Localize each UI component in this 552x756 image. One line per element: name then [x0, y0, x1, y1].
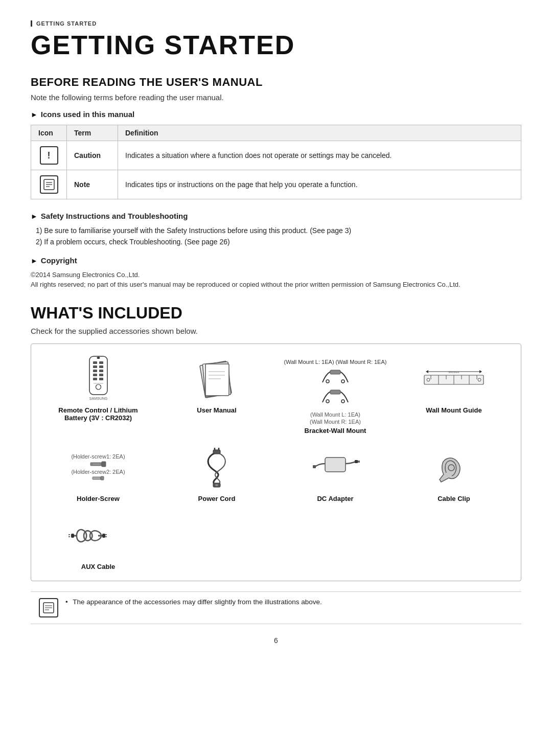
svg-rect-49	[101, 476, 104, 480]
svg-text:500.0mm: 500.0mm	[449, 371, 459, 374]
icons-table: Icon Term Definition ! Caution Indicates…	[31, 125, 521, 199]
svg-rect-14	[99, 378, 103, 380]
svg-point-15	[96, 384, 101, 390]
accessory-remote-control: SAMSUNG Remote Control / Lithium Battery…	[41, 356, 155, 434]
accessories-grid: SAMSUNG Remote Control / Lithium Battery…	[41, 356, 511, 570]
svg-rect-28	[330, 390, 340, 394]
caution-icon: !	[40, 146, 58, 165]
accessory-aux-cable: AUX Cable	[41, 513, 155, 570]
footer-note-text: • The appearance of the accessories may …	[65, 598, 322, 606]
svg-rect-9	[93, 370, 97, 372]
accessory-label-holder-screw: Holder-Screw	[77, 495, 120, 502]
svg-marker-42	[479, 370, 482, 373]
svg-rect-5	[93, 361, 97, 364]
svg-rect-66	[102, 534, 105, 538]
svg-point-54	[215, 484, 218, 486]
safety-title: Safety Instructions and Troubleshooting	[41, 212, 188, 220]
svg-rect-6	[99, 361, 103, 364]
safety-list: 1) Be sure to familiarise yourself with …	[36, 226, 521, 246]
svg-rect-12	[99, 374, 103, 376]
svg-point-27	[341, 380, 344, 383]
holder-screw1-label: (Holder-screw1: 2EA)	[71, 453, 125, 460]
svg-rect-46	[102, 462, 106, 467]
definition-caution: Indicates a situation where a function d…	[118, 141, 521, 170]
svg-rect-4	[89, 356, 107, 395]
table-row: ! Caution Indicates a situation where a …	[31, 141, 521, 170]
accessory-label-bracket: Bracket-Wall Mount	[305, 427, 366, 434]
svg-point-26	[326, 380, 329, 383]
svg-rect-11	[93, 374, 97, 376]
wall-mount-sub1: (Wall Mount L: 1EA)	[310, 411, 360, 418]
copyright-line1: ©2014 Samsung Electronics Co.,Ltd.	[31, 271, 521, 279]
holder-screw2-label: (Holder-screw2: 2EA)	[71, 469, 125, 475]
svg-rect-50	[213, 450, 220, 454]
whats-included-subtitle: Check for the supplied accessories shown…	[31, 327, 521, 335]
list-item: 1) Be sure to familiarise yourself with …	[36, 226, 521, 235]
svg-marker-41	[426, 370, 428, 373]
svg-rect-57	[355, 460, 358, 463]
accessories-box: SAMSUNG Remote Control / Lithium Battery…	[31, 343, 521, 581]
svg-rect-21	[205, 364, 229, 396]
col-definition: Definition	[118, 125, 521, 141]
accessory-label-cable-clip: Cable Clip	[438, 495, 470, 502]
arrow-icon-safety: ►	[31, 212, 38, 220]
page-title: GETTING STARTED	[31, 30, 521, 60]
svg-rect-55	[325, 457, 346, 472]
copyright-title: Copyright	[41, 256, 77, 265]
wall-mount-l-label: (Wall Mount L: 1EA) (Wall Mount R: 1EA)	[284, 359, 387, 365]
accessory-label-wall-guide: Wall Mount Guide	[426, 406, 481, 414]
note-icon	[40, 175, 58, 194]
svg-rect-48	[93, 477, 101, 479]
accessory-cable-clip: Cable Clip	[397, 445, 511, 502]
col-term: Term	[67, 125, 118, 141]
whats-included-title: WHAT'S INCLUDED	[31, 304, 521, 323]
table-row: Note Indicates tips or instructions on t…	[31, 170, 521, 199]
definition-note: Indicates tips or instructions on the pa…	[118, 170, 521, 199]
accessory-holder-screw: (Holder-screw1: 2EA) (Holder-screw2: 2EA…	[41, 445, 155, 502]
copyright-section: ©2014 Samsung Electronics Co.,Ltd. All r…	[31, 271, 521, 288]
svg-rect-10	[99, 370, 103, 372]
section1-subtitle: Note the following terms before reading …	[31, 93, 521, 102]
term-caution: Caution	[67, 141, 118, 170]
svg-rect-8	[99, 365, 103, 368]
note-footer: • The appearance of the accessories may …	[31, 591, 521, 624]
footer-note-icon	[39, 598, 58, 617]
accessory-user-manual: User Manual	[160, 356, 273, 434]
arrow-icon-copyright: ►	[31, 257, 38, 265]
svg-rect-13	[93, 378, 97, 380]
page-number: 6	[31, 636, 521, 645]
accessory-label-manual: User Manual	[197, 406, 236, 414]
accessory-label-aux-cable: AUX Cable	[81, 563, 115, 570]
svg-point-17	[97, 357, 100, 359]
icons-section-title: Icons used in this manual	[41, 110, 134, 119]
accessory-wall-mount-guide: 500.0mm Wall Mount Guide	[397, 356, 511, 434]
section1-title: BEFORE READING THE USER'S MANUAL	[31, 76, 521, 89]
col-icon: Icon	[31, 125, 67, 141]
breadcrumb: GETTING STARTED	[31, 20, 521, 27]
wall-mount-sub2: (Wall Mount R: 1EA)	[310, 419, 361, 425]
svg-rect-25	[330, 370, 340, 374]
accessory-label-dc-adapter: DC Adapter	[317, 495, 353, 502]
term-note: Note	[67, 170, 118, 199]
accessory-label-remote: Remote Control / Lithium Battery (3V : C…	[58, 406, 137, 422]
svg-point-29	[341, 400, 344, 403]
accessory-dc-adapter: DC Adapter	[279, 445, 392, 502]
list-item: 2) If a problem occurs, check Troublesho…	[36, 238, 521, 246]
svg-point-30	[326, 400, 329, 403]
svg-rect-62	[71, 534, 74, 538]
svg-rect-56	[313, 465, 316, 468]
arrow-icon: ►	[31, 110, 38, 119]
copyright-line2: All rights reserved; no part of this use…	[31, 281, 521, 288]
accessory-bracket-wall-mount: (Wall Mount L: 1EA) (Wall Mount R: 1EA) …	[279, 356, 392, 434]
accessory-label-power-cord: Power Cord	[198, 495, 236, 502]
accessory-power-cord: Power Cord	[160, 445, 273, 502]
svg-rect-7	[93, 365, 97, 368]
svg-text:SAMSUNG: SAMSUNG	[89, 397, 107, 400]
